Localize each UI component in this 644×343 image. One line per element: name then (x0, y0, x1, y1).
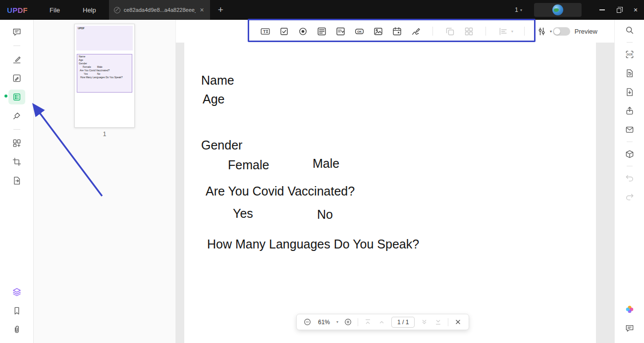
align-icon (498, 26, 508, 37)
thumb-line: Male (97, 66, 103, 68)
edit-icon (12, 73, 22, 83)
toolbar-divider (485, 27, 486, 36)
new-tab-button[interactable]: + (218, 4, 223, 15)
share-icon (625, 106, 635, 116)
sidebar-item-export[interactable] (8, 173, 25, 188)
tool-date-field[interactable] (391, 25, 403, 37)
sidebar-item-edit[interactable] (8, 71, 25, 86)
sidebar-item-organize-pages[interactable] (8, 136, 25, 150)
right-item-convert[interactable] (622, 66, 638, 80)
right-item-email[interactable] (622, 123, 638, 137)
menu-help[interactable]: Help (83, 6, 96, 14)
toolbar-divider (432, 27, 433, 36)
preview-control: Preview (553, 27, 597, 36)
tool-image-field[interactable] (372, 25, 384, 37)
svg-text:OCR: OCR (627, 53, 633, 56)
highlighter-icon (12, 54, 22, 64)
previous-page-button (377, 318, 386, 326)
minimize-icon (599, 9, 605, 10)
right-item-feedback[interactable] (622, 321, 638, 335)
doc-text: Gender (201, 138, 242, 152)
list-box-icon (317, 26, 327, 37)
chevron-down-bar-icon (434, 318, 442, 326)
document-tab[interactable]: ce82ada4d9e8...a4a8228eee_1 × (109, 0, 210, 20)
maximize-button[interactable] (610, 0, 627, 20)
svg-text:OK: OK (357, 29, 362, 33)
right-item-share[interactable] (622, 104, 638, 118)
sidebar-item-comment[interactable] (8, 25, 25, 40)
tool-signature-field[interactable] (410, 25, 422, 37)
divider (358, 318, 358, 326)
thumbnail-panel: UPDF Name Age Gender Female Male Are You… (34, 20, 176, 343)
right-item-ocr[interactable]: OCR (622, 48, 638, 61)
left-sidebar (0, 20, 34, 343)
menu-file[interactable]: File (50, 6, 60, 14)
zoom-out-button[interactable] (303, 318, 312, 326)
tool-radio-button[interactable] (297, 25, 309, 37)
push-button-icon: OK (354, 26, 365, 37)
tool-combo-box[interactable] (334, 25, 346, 37)
close-toolbar-button[interactable] (454, 318, 462, 326)
minus-circle-icon (303, 318, 312, 326)
form-toolbar: T OK (176, 20, 614, 43)
box-icon (625, 149, 635, 159)
signature-icon (12, 111, 22, 121)
sidebar-item-attachment[interactable] (8, 322, 25, 337)
bookmark-icon (12, 306, 22, 316)
tab-close-icon[interactable]: × (199, 6, 205, 13)
doc-text: Male (313, 156, 339, 171)
right-item-undo (622, 171, 638, 185)
sidebar-item-prepare-form[interactable] (8, 90, 25, 104)
sidebar-item-ai-assistant[interactable] (8, 285, 25, 299)
toggle-knob (554, 28, 560, 35)
chevron-down-icon[interactable]: ▾ (550, 29, 552, 34)
divider (627, 166, 633, 166)
right-item-ai[interactable] (622, 302, 638, 316)
close-window-button[interactable]: × (627, 0, 644, 20)
chevron-up-bar-icon (364, 318, 372, 326)
right-item-save-page[interactable] (622, 85, 638, 99)
account-button[interactable] (534, 3, 582, 17)
window-count-value: 1 (515, 6, 518, 13)
form-icon (12, 92, 22, 102)
tool-field-properties[interactable] (536, 25, 547, 37)
thumb-line: Gender (79, 62, 87, 65)
avatar (552, 4, 563, 15)
zoom-dropdown-caret[interactable]: ▾ (336, 320, 338, 324)
sidebar-item-sign[interactable] (8, 108, 25, 123)
page-thumbnail[interactable]: UPDF Name Age Gender Female Male Are You… (74, 24, 135, 128)
thumb-field-region: Name Age Gender Female Male Are You Covi… (77, 54, 132, 93)
sliders-icon (537, 26, 547, 37)
download-page-icon (625, 87, 635, 97)
chevron-down-double-icon (420, 318, 429, 326)
zoom-in-button[interactable] (344, 318, 352, 326)
app-body: UPDF Name Age Gender Female Male Are You… (0, 20, 644, 343)
right-item-search[interactable] (622, 23, 638, 37)
right-item-archive[interactable] (622, 147, 638, 161)
sidebar-item-annotate[interactable] (8, 52, 25, 67)
tool-checkbox[interactable] (278, 25, 290, 37)
tab-title: ce82ada4d9e8...a4a8228eee_1 (124, 7, 196, 13)
doc-text: Yes (233, 206, 253, 221)
window-count-dropdown[interactable]: 1 ▾ (515, 6, 522, 13)
thumb-highlight-region (76, 26, 133, 50)
next-page-button (420, 318, 429, 326)
date-field-icon (392, 26, 402, 37)
page-indicator[interactable]: 1 / 1 (391, 317, 415, 328)
tool-push-button[interactable]: OK (353, 25, 365, 37)
sidebar-item-crop-pages[interactable] (8, 154, 25, 169)
sidebar-item-bookmark[interactable] (8, 303, 25, 318)
tool-text-field[interactable]: T (259, 25, 271, 37)
zoom-level: 61% (317, 319, 331, 326)
divider (627, 42, 633, 43)
form-tools: T OK (259, 25, 552, 37)
pdf-page[interactable]: Name Age Gender Female Male Are You Covi… (184, 43, 596, 343)
radio-button-icon (298, 26, 308, 37)
preview-toggle[interactable] (553, 27, 570, 36)
minimize-button[interactable] (593, 0, 610, 20)
undo-icon (625, 173, 635, 183)
chevron-down-icon: ▾ (520, 8, 522, 12)
thumb-line: Are You Covid Vaccinated? (80, 69, 109, 72)
preview-label: Preview (575, 28, 597, 35)
tool-list-box[interactable] (316, 25, 327, 37)
